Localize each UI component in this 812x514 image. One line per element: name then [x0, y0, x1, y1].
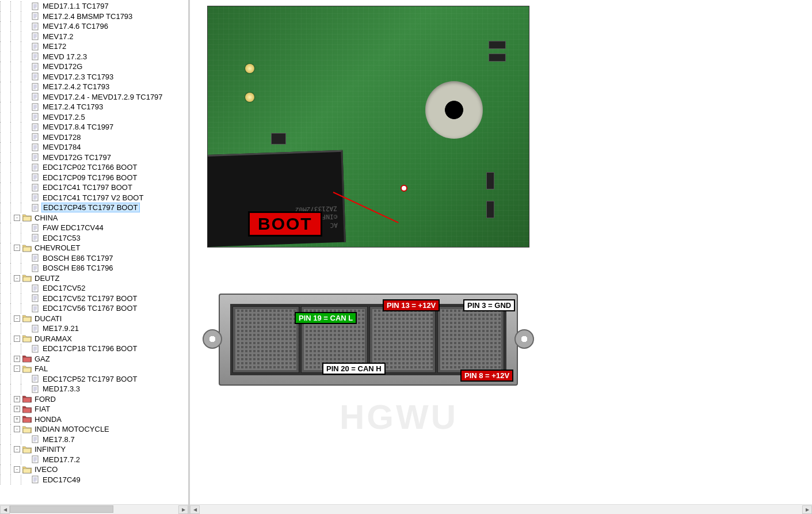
- pcb-component: [486, 201, 494, 218]
- tree-item[interactable]: MEVD 17.2.3: [0, 52, 188, 62]
- tree-item[interactable]: EDC17CP09 TC1796 BOOT: [0, 173, 188, 183]
- scroll-track[interactable]: [10, 505, 178, 514]
- tree-item-label: ME17.8.7: [41, 435, 76, 444]
- tree-folder[interactable]: -FAL: [0, 364, 188, 374]
- tree-folder[interactable]: +FIAT: [0, 404, 188, 414]
- tree-item[interactable]: EDC17CV52 TC1797 BOOT: [0, 294, 188, 304]
- expander-icon[interactable]: +: [14, 356, 20, 362]
- document-icon: [31, 63, 39, 71]
- svg-rect-30: [32, 63, 38, 70]
- tree-folder[interactable]: +GAZ: [0, 354, 188, 364]
- tree-item-label: INDIAN MOTOCYCLE: [33, 425, 110, 433]
- tree-folder[interactable]: -DUCATI: [0, 314, 188, 324]
- tree-item[interactable]: MEVD17.2.3 TC1793: [0, 72, 188, 82]
- tree-item[interactable]: ME17.9.21: [0, 323, 188, 334]
- tree-item[interactable]: EDC17CV56 TC1767 BOOT: [0, 303, 188, 314]
- content-horizontal-scrollbar[interactable]: ◀ ▶: [190, 504, 812, 514]
- svg-rect-135: [32, 305, 38, 312]
- content-pane: HGWU HGWU ZA213372M02 ©INFINEON 07 AC BO…: [190, 0, 812, 514]
- tree-item[interactable]: EDC17C53: [0, 233, 188, 243]
- tree-item[interactable]: BOSCH E86 TC1797: [0, 253, 188, 264]
- tree-item[interactable]: ME17.2.4 BMSMP TC1793: [0, 12, 188, 22]
- document-icon: [31, 2, 39, 10]
- tree-item-label: MEVD172G TC1797: [41, 153, 112, 162]
- tree-folder[interactable]: -DURAMAX: [0, 334, 188, 344]
- tree-item[interactable]: EDC17CP52 TC1797 BOOT: [0, 374, 188, 384]
- folder-closed-icon: [22, 355, 32, 363]
- scroll-right-arrow[interactable]: ▶: [178, 505, 188, 514]
- expander-icon[interactable]: -: [14, 446, 20, 452]
- tree-item[interactable]: BOSCH E86 TC1796: [0, 263, 188, 273]
- expander-icon[interactable]: -: [14, 315, 20, 322]
- svg-rect-50: [32, 104, 38, 111]
- expander-icon[interactable]: -: [14, 245, 20, 251]
- tree-item-label: EDC17CP09 TC1796 BOOT: [41, 173, 139, 182]
- tree-scroll-area[interactable]: MED17.1.1 TC1797ME17.2.4 BMSMP TC1793MEV…: [0, 0, 188, 504]
- tree-item[interactable]: MEVD172G: [0, 62, 188, 72]
- pin-label-8: PIN 8 = +12V: [460, 370, 513, 382]
- expander-icon[interactable]: -: [14, 275, 20, 281]
- tree-item[interactable]: EDC17CP02 TC1766 BOOT: [0, 162, 188, 173]
- tree-item[interactable]: MEVD17.8.4 TC1997: [0, 122, 188, 132]
- tree-item[interactable]: EDC17CP18 TC1796 BOOT: [0, 344, 188, 354]
- svg-rect-125: [32, 285, 38, 292]
- expander-icon[interactable]: +: [14, 406, 20, 412]
- scroll-left-arrow[interactable]: ◀: [0, 505, 10, 514]
- tree-folder[interactable]: -INFINITY: [0, 444, 188, 455]
- tree-item[interactable]: EDC17CP45 TC1797 BOOT: [0, 203, 188, 213]
- svg-rect-0: [32, 3, 38, 10]
- scroll-left-arrow[interactable]: ◀: [190, 505, 200, 514]
- content-scroll-area[interactable]: HGWU HGWU ZA213372M02 ©INFINEON 07 AC BO…: [190, 0, 812, 504]
- expander-icon[interactable]: -: [14, 215, 20, 221]
- sidebar-horizontal-scrollbar[interactable]: ◀ ▶: [0, 504, 188, 514]
- pin-label-20: PIN 20 = CAN H: [322, 363, 386, 375]
- tree-item[interactable]: MEV17.2: [0, 32, 188, 42]
- expander-icon[interactable]: +: [14, 396, 20, 402]
- tree-item-label: ME17.2.4.2 TC1793: [41, 82, 110, 91]
- svg-rect-160: [32, 436, 38, 443]
- tree-folder[interactable]: -INDIAN MOTOCYCLE: [0, 424, 188, 435]
- tree-folder[interactable]: -CHINA: [0, 213, 188, 223]
- tree-folder[interactable]: +FORD: [0, 394, 188, 405]
- pcb-component: [489, 54, 506, 62]
- svg-rect-150: [32, 375, 38, 382]
- tree-folder[interactable]: -IVECO: [0, 464, 188, 475]
- boot-point-marker: [401, 185, 407, 192]
- tree-item[interactable]: MEVD172G TC1797: [0, 153, 188, 163]
- tree-item[interactable]: MED17.1.1 TC1797: [0, 1, 188, 12]
- pcb-component: [271, 133, 286, 144]
- tree-item[interactable]: MEVD17.2.4 - MEVD17.2.9 TC1797: [0, 92, 188, 102]
- tree-folder[interactable]: -DEUTZ: [0, 273, 188, 284]
- tree-item[interactable]: EDC17CV52: [0, 283, 188, 294]
- document-icon: [31, 345, 39, 353]
- tree-folder[interactable]: -CHEVROLET: [0, 243, 188, 253]
- tree-item[interactable]: EDC17C41 TC1797 BOOT: [0, 182, 188, 193]
- expander-icon[interactable]: -: [14, 336, 20, 342]
- tree-item[interactable]: ME17.8.7: [0, 435, 188, 445]
- tree-item-label: DEUTZ: [33, 274, 60, 283]
- tree-item[interactable]: ME172: [0, 41, 188, 52]
- tree-item[interactable]: MEV17.4.6 TC1796: [0, 21, 188, 32]
- tree-item[interactable]: MEVD1728: [0, 132, 188, 143]
- expander-icon[interactable]: -: [14, 426, 20, 432]
- tree-item[interactable]: MED17.3.3: [0, 384, 188, 394]
- document-icon: [31, 83, 39, 91]
- tree-item[interactable]: MED17.7.2: [0, 455, 188, 465]
- scroll-thumb[interactable]: [10, 505, 113, 513]
- scroll-right-arrow[interactable]: ▶: [802, 505, 812, 514]
- tree-item[interactable]: MEVD17.2.5: [0, 112, 188, 123]
- tree-item[interactable]: ME17.2.4.2 TC1793: [0, 82, 188, 92]
- svg-rect-145: [32, 345, 38, 352]
- tree-item[interactable]: ME17.2.4 TC1793: [0, 102, 188, 112]
- document-icon: [31, 234, 39, 242]
- expander-icon[interactable]: +: [14, 416, 20, 422]
- tree-item[interactable]: FAW EDC17CV44: [0, 223, 188, 233]
- tree-item[interactable]: EDC17C49: [0, 475, 188, 485]
- svg-rect-85: [32, 174, 38, 181]
- document-icon: [31, 73, 39, 81]
- expander-icon[interactable]: -: [14, 365, 20, 372]
- tree-item[interactable]: MEVD1784: [0, 142, 188, 153]
- tree-item[interactable]: EDC17C41 TC1797 V2 BOOT: [0, 193, 188, 203]
- expander-icon[interactable]: -: [14, 466, 20, 473]
- tree-folder[interactable]: +HONDA: [0, 414, 188, 425]
